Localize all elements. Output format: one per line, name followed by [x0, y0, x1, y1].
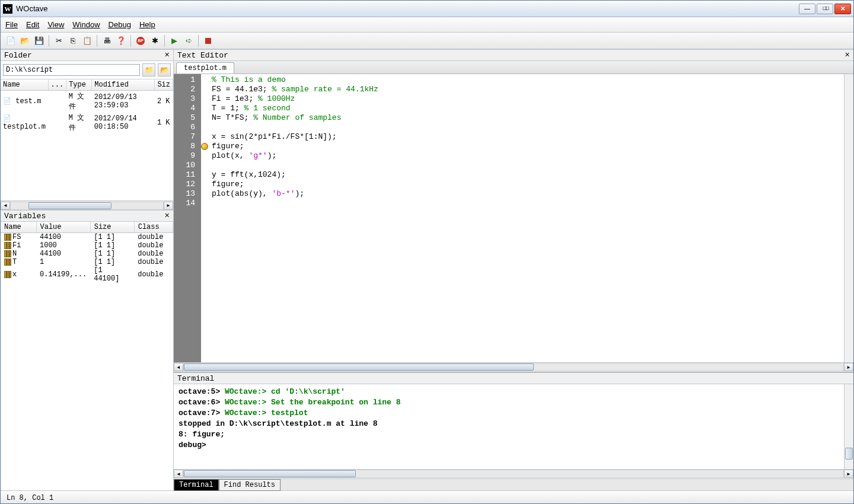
file-col-size[interactable]: Siz — [155, 79, 173, 91]
scroll-left-icon[interactable]: ◄ — [174, 470, 183, 478]
editor-vscrollbar[interactable] — [844, 74, 853, 362]
minimize-button[interactable] — [799, 4, 815, 14]
terminal-tab[interactable]: Terminal — [174, 479, 219, 491]
variable-row[interactable]: Fi1000[1 1]double — [1, 241, 173, 250]
variables-panel-close[interactable]: × — [165, 211, 170, 221]
menu-debug[interactable]: Debug — [109, 20, 131, 29]
line-number[interactable]: 13 — [174, 189, 201, 199]
line-number[interactable]: 4 — [174, 104, 201, 113]
line-number[interactable]: 9 — [174, 151, 201, 161]
editor-hscrollbar[interactable]: ◄ ► — [174, 362, 853, 372]
file-icon: 📄 — [3, 115, 11, 122]
variable-icon — [4, 234, 11, 241]
open-file-icon[interactable]: 📂 — [18, 34, 31, 47]
file-col-modified[interactable]: Modified — [92, 79, 155, 91]
terminal-output[interactable]: octave:5> WOctave:> cd 'D:\k\script'octa… — [174, 384, 853, 469]
terminal-line: stopped in D:\k\script\testplot.m at lin… — [179, 419, 849, 429]
code-line[interactable]: x = sin(2*pi*Fi./FS*[1:N]); — [212, 132, 853, 142]
menu-edit[interactable]: Edit — [26, 20, 39, 29]
scroll-right-icon[interactable]: ► — [844, 363, 853, 371]
cut-icon[interactable]: ✂ — [52, 34, 65, 47]
var-col-class[interactable]: Class — [134, 222, 173, 233]
scroll-left-icon[interactable]: ◄ — [1, 202, 10, 210]
line-number[interactable]: 8 — [174, 142, 201, 151]
file-scrollbar[interactable]: ◄ ► — [1, 200, 173, 210]
toolbar-separator — [130, 35, 131, 47]
line-number[interactable]: 12 — [174, 180, 201, 189]
scroll-left-icon[interactable]: ◄ — [174, 363, 183, 371]
stop-icon[interactable]: BP — [134, 34, 147, 47]
help-icon[interactable]: ❓ — [114, 34, 128, 47]
var-col-size[interactable]: Size — [90, 222, 134, 233]
code-line[interactable]: figure; — [212, 180, 853, 189]
scroll-right-icon[interactable]: ► — [164, 202, 173, 210]
menubar: File Edit View Window Debug Help — [1, 17, 853, 33]
menu-window[interactable]: Window — [72, 20, 100, 29]
save-icon[interactable]: 💾 — [33, 34, 46, 47]
step-icon[interactable]: ➪ — [182, 34, 195, 47]
run-icon[interactable]: ▶ — [168, 34, 181, 47]
variable-row[interactable]: N44100[1 1]double — [1, 250, 173, 258]
new-file-icon[interactable]: 📄 — [4, 34, 17, 47]
line-number[interactable]: 2 — [174, 85, 201, 94]
file-col-ext[interactable]: ... — [48, 79, 66, 91]
code-editor[interactable]: 1234567891011121314 % This is a demoFS =… — [174, 74, 853, 372]
print-icon[interactable]: 🖶 — [100, 34, 113, 47]
line-number[interactable]: 11 — [174, 170, 201, 180]
code-line[interactable] — [212, 161, 853, 170]
code-line[interactable]: Fi = 1e3; % 1000Hz — [212, 94, 853, 104]
terminal-hscrollbar[interactable]: ◄ ► — [174, 469, 853, 479]
variable-icon — [4, 250, 11, 257]
code-line[interactable]: plot(abs(y), 'b-*'); — [212, 189, 853, 199]
code-line[interactable]: figure; — [212, 142, 853, 151]
line-number[interactable]: 5 — [174, 113, 201, 123]
toolbar: 📄 📂 💾 ✂ ⎘ 📋 🖶 ❓ BP ✱ ▶ ➪ — [1, 33, 853, 49]
paste-icon[interactable]: 📋 — [81, 34, 94, 47]
line-number[interactable]: 14 — [174, 199, 201, 208]
breakpoint-icon[interactable] — [201, 143, 208, 150]
variables-table: Name Value Size Class FS44100[1 1]double… — [1, 222, 173, 283]
scroll-right-icon[interactable]: ► — [844, 470, 853, 478]
file-row[interactable]: 📄 testplot.mM 文件2012/09/14 00:18:501 K — [1, 112, 173, 133]
clear-breakpoints-icon[interactable]: ✱ — [148, 34, 161, 47]
file-row[interactable]: 📄 test.mM 文件2012/09/13 23:59:032 K — [1, 91, 173, 113]
code-line[interactable]: T = 1; % 1 second — [212, 104, 853, 113]
maximize-button[interactable] — [817, 4, 833, 14]
variable-row[interactable]: T1[1 1]double — [1, 258, 173, 266]
terminal-vscrollbar[interactable] — [844, 384, 853, 469]
code-line[interactable]: plot(x, 'g*'); — [212, 151, 853, 161]
up-folder-icon[interactable]: 📂 — [158, 63, 171, 76]
statusbar: Ln 8, Col 1 — [1, 490, 853, 504]
line-number[interactable]: 3 — [174, 94, 201, 104]
find-results-tab[interactable]: Find Results — [219, 479, 281, 491]
code-line[interactable] — [212, 123, 853, 132]
line-number[interactable]: 7 — [174, 132, 201, 142]
code-line[interactable]: FS = 44.1e3; % sample rate = 44.1kHz — [212, 85, 853, 94]
code-line[interactable]: y = fft(x,1024); — [212, 170, 853, 180]
variable-row[interactable]: FS44100[1 1]double — [1, 233, 173, 242]
code-line[interactable]: N= T*FS; % Number of samples — [212, 113, 853, 123]
close-button[interactable] — [834, 4, 851, 14]
menu-file[interactable]: File — [5, 20, 18, 29]
stop-square-icon[interactable] — [202, 34, 215, 47]
line-number[interactable]: 10 — [174, 161, 201, 170]
menu-help[interactable]: Help — [139, 20, 155, 29]
var-col-name[interactable]: Name — [1, 222, 36, 233]
line-number[interactable]: 6 — [174, 123, 201, 132]
folder-panel-close[interactable]: × — [165, 50, 170, 60]
code-line[interactable] — [212, 199, 853, 208]
var-col-value[interactable]: Value — [36, 222, 90, 233]
editor-tab[interactable]: testplot.m — [176, 62, 234, 74]
line-number[interactable]: 1 — [174, 75, 201, 85]
file-col-name[interactable]: Name — [1, 79, 48, 91]
code-line[interactable]: % This is a demo — [212, 75, 853, 85]
browse-folder-icon[interactable]: 📁 — [142, 63, 155, 76]
editor-panel-close[interactable]: × — [845, 50, 850, 60]
folder-panel-title: Folder × — [1, 49, 173, 61]
file-table: Name ... Type Modified Siz 📄 test.mM 文件2… — [1, 79, 173, 133]
menu-view[interactable]: View — [47, 20, 64, 29]
variable-row[interactable]: x0.14199,...[1 44100]double — [1, 266, 173, 283]
folder-path-input[interactable] — [3, 64, 140, 76]
copy-icon[interactable]: ⎘ — [66, 34, 79, 47]
file-col-type[interactable]: Type — [66, 79, 92, 91]
